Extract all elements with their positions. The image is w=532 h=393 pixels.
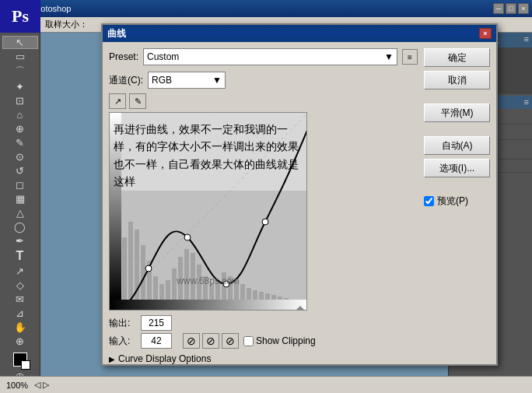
curve-canvas: 再进行曲线，效果不一定和我调的一样，有的字体大小不一样调出来的效果也不一样，自己… <box>109 112 307 311</box>
tool-hand[interactable]: ✋ <box>2 321 38 334</box>
options-button[interactable]: 选项(I)... <box>424 159 490 177</box>
ps-statusbar: 100% ◁ ▷ <box>0 376 532 393</box>
tool-brush[interactable]: ✎ <box>2 136 38 149</box>
preview-label: 预览(P) <box>437 195 468 208</box>
preset-dropdown[interactable]: Custom ▼ <box>143 48 397 65</box>
preset-row: Preset: Custom ▼ ≡ <box>109 48 418 65</box>
option-label: 取样大小： <box>45 19 88 30</box>
ps-close-btn[interactable]: × <box>518 3 529 14</box>
dialog-close-button[interactable]: × <box>479 28 492 39</box>
preview-checkbox[interactable] <box>424 196 434 206</box>
preview-row: 预览(P) <box>424 195 490 208</box>
tool-select-rect[interactable]: ▭ <box>2 50 38 63</box>
svg-point-39 <box>262 219 268 225</box>
photoshop-window: Adobe Photoshop ─ □ × Ps 文件(F) 编辑(E) 图像(… <box>0 0 532 393</box>
channel-label: 通道(C): <box>109 74 143 87</box>
ps-titlebar-buttons: ─ □ × <box>493 3 529 14</box>
ps-title: Adobe Photoshop <box>3 4 493 13</box>
divider-2 <box>424 126 490 132</box>
dialog-content: Preset: Custom ▼ ≡ 通道(C): RGB ▼ <box>103 42 496 370</box>
tool-shape[interactable]: ◇ <box>2 279 38 292</box>
tool-text[interactable]: T <box>2 248 38 264</box>
curve-display-label: Curve Display Options <box>118 353 211 364</box>
ps-toolbar: ↖ ▭ ⌒ ✦ ⊡ ⌂ ⊕ ✎ ⊙ ↺ ◻ ▦ △ ◯ ✒ T ↗ ◇ ✉ ⊿ … <box>0 33 40 383</box>
preset-label: Preset: <box>109 51 138 62</box>
tool-path-select[interactable]: ↗ <box>2 265 38 278</box>
tool-eyedropper[interactable]: ⊿ <box>2 307 38 320</box>
tool-history-brush[interactable]: ↺ <box>2 164 38 177</box>
curve-text-overlay: 再进行曲线，效果不一定和我调的一样，有的字体大小不一样调出来的效果也不一样，自己… <box>114 121 300 191</box>
tool-pen[interactable]: ✒ <box>2 234 38 247</box>
tool-slice[interactable]: ⌂ <box>2 108 38 121</box>
scroll-area[interactable]: ◁ ▷ <box>34 380 49 390</box>
channel-value: RGB <box>152 75 172 86</box>
show-clipping-checkbox[interactable] <box>243 336 254 346</box>
ps-logo: Ps <box>0 0 40 33</box>
input-value-field[interactable]: 42 <box>141 333 172 349</box>
eyedropper-buttons: ⊘ ⊘ ⊘ <box>183 333 239 349</box>
input-row: 输入: 42 ⊘ ⊘ ⊘ Show Clipping <box>109 333 418 349</box>
expand-icon: ▶ <box>109 355 115 363</box>
input-label: 输入: <box>109 335 136 348</box>
tool-notes[interactable]: ✉ <box>2 293 38 306</box>
show-clipping-row: Show Clipping <box>243 335 316 346</box>
preset-options-btn[interactable]: ≡ <box>402 49 418 65</box>
svg-point-36 <box>145 265 152 272</box>
tool-magic-wand[interactable]: ✦ <box>2 80 38 93</box>
tool-heal[interactable]: ⊕ <box>2 122 38 135</box>
channel-dropdown[interactable]: RGB ▼ <box>148 72 226 89</box>
curves-dialog: 曲线 × Preset: Custom ▼ ≡ 通道(C): <box>101 23 498 366</box>
dialog-titlebar: 曲线 × <box>103 25 496 42</box>
dialog-right: 确定 取消 平滑(M) 自动(A) 选项(I)... 预览(P) <box>424 48 490 364</box>
curve-pencil-tool[interactable]: ✎ <box>129 93 146 109</box>
ps-titlebar: Adobe Photoshop ─ □ × <box>0 0 532 17</box>
tool-dodge[interactable]: ◯ <box>2 220 38 233</box>
smooth-button[interactable]: 平滑(M) <box>424 104 490 122</box>
tool-zoom[interactable]: ⊕ <box>2 335 38 348</box>
curve-tools-row: ↗ ✎ <box>109 93 418 109</box>
output-value-field[interactable]: 215 <box>141 315 172 331</box>
eyedropper-black-btn[interactable]: ⊘ <box>183 333 200 349</box>
curve-watermark: www.68ps.com <box>177 275 240 286</box>
tool-crop[interactable]: ⊡ <box>2 94 38 107</box>
tool-lasso[interactable]: ⌒ <box>2 64 38 79</box>
channel-dropdown-arrow: ▼ <box>212 75 222 86</box>
divider-3 <box>424 181 490 188</box>
zoom-level: 100% <box>6 381 28 390</box>
auto-button[interactable]: 自动(A) <box>424 136 490 155</box>
show-clipping-label: Show Clipping <box>256 335 316 346</box>
tool-eraser[interactable]: ◻ <box>2 178 38 191</box>
tool-clone[interactable]: ⊙ <box>2 150 38 163</box>
tool-blur[interactable]: △ <box>2 206 38 219</box>
tool-move[interactable]: ↖ <box>2 36 38 49</box>
preset-value: Custom <box>147 51 179 62</box>
ps-minimize-btn[interactable]: ─ <box>493 3 504 14</box>
cancel-button[interactable]: 取消 <box>424 71 490 89</box>
dialog-title: 曲线 <box>107 27 126 40</box>
divider-1 <box>424 93 490 100</box>
eyedropper-gray-btn[interactable]: ⊘ <box>202 333 219 349</box>
eyedropper-white-btn[interactable]: ⊘ <box>222 333 239 349</box>
curve-select-tool[interactable]: ↗ <box>109 93 126 109</box>
svg-rect-40 <box>110 300 307 311</box>
svg-point-37 <box>184 234 191 240</box>
preset-dropdown-arrow: ▼ <box>384 51 394 62</box>
dialog-left: Preset: Custom ▼ ≡ 通道(C): RGB ▼ <box>109 48 418 364</box>
channel-row: 通道(C): RGB ▼ <box>109 72 418 89</box>
output-label: 输出: <box>109 317 136 330</box>
tool-gradient[interactable]: ▦ <box>2 192 38 205</box>
curve-display-options[interactable]: ▶ Curve Display Options <box>109 353 418 364</box>
ps-maximize-btn[interactable]: □ <box>506 3 516 14</box>
output-row: 输出: 215 <box>109 315 418 331</box>
tool-foreground-bg[interactable] <box>2 352 38 367</box>
ok-button[interactable]: 确定 <box>424 48 490 67</box>
